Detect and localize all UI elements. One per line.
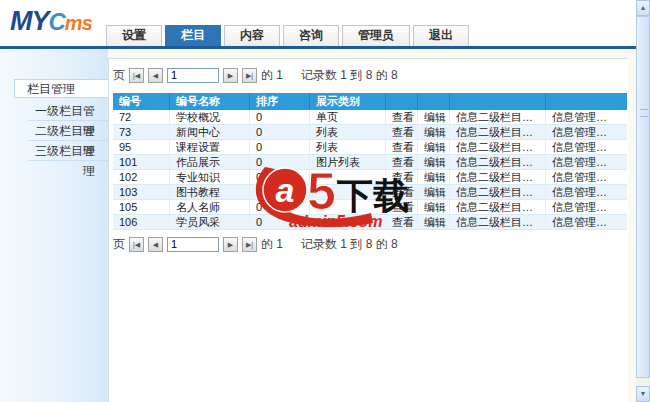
manage-link[interactable]: 信息管理…: [545, 200, 627, 214]
sub-columns-link[interactable]: 信息二级栏目…: [449, 170, 545, 184]
cell-name: 作品展示: [169, 155, 249, 169]
manage-link[interactable]: 信息管理…: [545, 140, 627, 154]
cell-type: 列表: [309, 125, 385, 139]
cell-name: 学校概况: [169, 110, 249, 124]
mycms-logo: MYCms: [10, 6, 92, 37]
cell-sort: 0: [249, 185, 309, 199]
manage-link[interactable]: 信息管理…: [545, 110, 627, 124]
cell-type: 列表: [309, 140, 385, 154]
next-page-button[interactable]: ▶: [223, 68, 238, 83]
table-row: 106 学员风采 0 查看 编辑 信息二级栏目… 信息管理…: [113, 215, 627, 230]
manage-link[interactable]: 信息管理…: [545, 155, 627, 169]
scroll-up-icon[interactable]: ▲: [636, 0, 650, 16]
cell-id: 72: [113, 110, 169, 124]
sub-columns-link[interactable]: 信息二级栏目…: [449, 155, 545, 169]
sidebar-item-level3[interactable]: 三级栏目管理: [28, 141, 108, 161]
page-label: 页: [113, 67, 125, 84]
logo-part-my: MY: [10, 6, 49, 36]
cell-sort: 0: [249, 140, 309, 154]
top-bar: MYCms 设置 栏目 内容 咨询 管理员 退出: [0, 0, 636, 46]
cell-sort: 0: [249, 215, 309, 229]
page-of-text: 的 1: [261, 67, 283, 84]
scrollbar-thumb[interactable]: [636, 16, 650, 378]
sub-columns-link[interactable]: 信息二级栏目…: [449, 110, 545, 124]
cell-id: 103: [113, 185, 169, 199]
sidebar-item-level1[interactable]: 一级栏目管理: [28, 101, 108, 121]
tab-settings[interactable]: 设置: [106, 25, 162, 46]
sub-columns-link[interactable]: 信息二级栏目…: [449, 200, 545, 214]
edit-link[interactable]: 编辑: [417, 200, 449, 214]
cell-sort: 0: [249, 125, 309, 139]
view-link[interactable]: 查看: [385, 155, 417, 169]
cell-type: [309, 185, 385, 199]
cell-type: 图片列表: [309, 155, 385, 169]
edit-link[interactable]: 编辑: [417, 110, 449, 124]
view-link[interactable]: 查看: [385, 170, 417, 184]
tab-content[interactable]: 内容: [224, 25, 280, 46]
first-page-button[interactable]: |◀: [129, 68, 144, 83]
view-link[interactable]: 查看: [385, 125, 417, 139]
pagination-top: 页 |◀ ◀ ▶ ▶| 的 1 记录数 1 到 8 的 8: [113, 66, 398, 84]
first-page-button[interactable]: |◀: [129, 237, 144, 252]
cell-type: 单页: [309, 110, 385, 124]
sub-columns-link[interactable]: 信息二级栏目…: [449, 140, 545, 154]
col-header-sub: [449, 93, 545, 110]
tab-consult[interactable]: 咨询: [283, 25, 339, 46]
cell-id: 101: [113, 155, 169, 169]
table-row: 72 学校概况 0 单页 查看 编辑 信息二级栏目… 信息管理…: [113, 110, 627, 125]
manage-link[interactable]: 信息管理…: [545, 215, 627, 229]
col-header-sort: 排序: [249, 93, 309, 110]
next-page-button[interactable]: ▶: [223, 237, 238, 252]
manage-link[interactable]: 信息管理…: [545, 185, 627, 199]
sub-columns-link[interactable]: 信息二级栏目…: [449, 215, 545, 229]
view-link[interactable]: 查看: [385, 200, 417, 214]
page-label: 页: [113, 236, 125, 253]
records-count-text: 记录数 1 到 8 的 8: [301, 236, 398, 253]
view-link[interactable]: 查看: [385, 140, 417, 154]
edit-link[interactable]: 编辑: [417, 125, 449, 139]
prev-page-button[interactable]: ◀: [148, 68, 163, 83]
view-link[interactable]: 查看: [385, 110, 417, 124]
sidebar-item-column-manage[interactable]: 栏目管理: [14, 79, 108, 98]
table-header-row: 编号 编号名称 排序 展示类别: [113, 93, 627, 110]
cell-type: [309, 170, 385, 184]
edit-link[interactable]: 编辑: [417, 185, 449, 199]
last-page-button[interactable]: ▶|: [242, 237, 257, 252]
edit-link[interactable]: 编辑: [417, 140, 449, 154]
col-header-id: 编号: [113, 93, 169, 110]
col-header-type: 展示类别: [309, 93, 385, 110]
tab-logout[interactable]: 退出: [413, 25, 469, 46]
cell-type: [309, 215, 385, 229]
main-nav-tabs: 设置 栏目 内容 咨询 管理员 退出: [106, 25, 469, 46]
edit-link[interactable]: 编辑: [417, 215, 449, 229]
view-link[interactable]: 查看: [385, 215, 417, 229]
sub-columns-link[interactable]: 信息二级栏目…: [449, 125, 545, 139]
sidebar-item-level2[interactable]: 二级栏目管理: [28, 121, 108, 141]
tab-columns[interactable]: 栏目: [165, 25, 221, 46]
table-row: 102 专业知识 0 查看 编辑 信息二级栏目… 信息管理…: [113, 170, 627, 185]
cell-id: 106: [113, 215, 169, 229]
cell-name: 新闻中心: [169, 125, 249, 139]
sidebar-items: 一级栏目管理 二级栏目管理 三级栏目管理: [0, 101, 108, 161]
manage-link[interactable]: 信息管理…: [545, 125, 627, 139]
pagination-bottom: 页 |◀ ◀ ▶ ▶| 的 1 记录数 1 到 8 的 8: [113, 235, 398, 253]
vertical-scrollbar[interactable]: ▲ ▼: [636, 0, 650, 402]
page-number-input[interactable]: [167, 68, 219, 83]
cell-sort: 0: [249, 170, 309, 184]
view-link[interactable]: 查看: [385, 185, 417, 199]
manage-link[interactable]: 信息管理…: [545, 170, 627, 184]
edit-link[interactable]: 编辑: [417, 155, 449, 169]
sub-columns-link[interactable]: 信息二级栏目…: [449, 185, 545, 199]
cell-sort: 0: [249, 110, 309, 124]
table-row: 105 名人名师 0 查看 编辑 信息二级栏目… 信息管理…: [113, 200, 627, 215]
cell-name: 图书教程: [169, 185, 249, 199]
scroll-down-icon[interactable]: ▼: [636, 386, 650, 402]
edit-link[interactable]: 编辑: [417, 170, 449, 184]
tab-admin[interactable]: 管理员: [342, 25, 410, 46]
last-page-button[interactable]: ▶|: [242, 68, 257, 83]
page-number-input[interactable]: [167, 237, 219, 252]
prev-page-button[interactable]: ◀: [148, 237, 163, 252]
table-row: 103 图书教程 0 查看 编辑 信息二级栏目… 信息管理…: [113, 185, 627, 200]
col-header-edit: [417, 93, 449, 110]
cell-id: 73: [113, 125, 169, 139]
